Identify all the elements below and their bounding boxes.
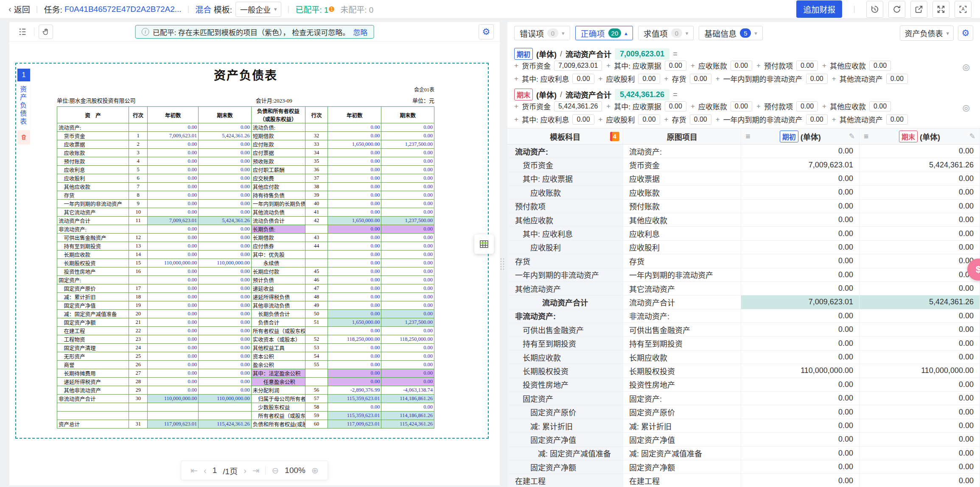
- closing-value-cell: 0.00: [860, 447, 980, 460]
- formula-block: 期末(单体)/流动资产合计5,424,361.26=+货币资金5,424,361…: [514, 86, 973, 127]
- term-value[interactable]: 7,009,623.01: [554, 61, 602, 71]
- report-type-select[interactable]: 资产负债表 ▾: [900, 25, 954, 41]
- term-value[interactable]: 0.00: [638, 74, 660, 84]
- task-id-link[interactable]: F0A41B46572E47D2A2B72A2...: [64, 5, 182, 14]
- period-start-badge: 期初: [780, 131, 798, 142]
- fullscreen-icon[interactable]: [932, 1, 949, 18]
- mapping-row[interactable]: 固定资产净额固定资产净额0.000.00: [507, 460, 980, 474]
- outline-icon[interactable]: [15, 25, 30, 39]
- mapping-row[interactable]: 应收账款应收账款0.000.00: [507, 186, 980, 199]
- term-value[interactable]: 0.00: [572, 74, 594, 84]
- source-item-cell: 应收票据: [623, 172, 742, 185]
- eye-icon[interactable]: ◎: [963, 62, 970, 72]
- list-icon[interactable]: ≡: [864, 132, 868, 141]
- chevron-down-icon: ▾: [274, 6, 277, 12]
- tab-basic-info[interactable]: 基础信息 5 ▾: [699, 26, 763, 40]
- mapping-row[interactable]: 长期应收款长期应收款0.000.00: [507, 351, 980, 364]
- config-gear-icon[interactable]: ⚙: [958, 25, 973, 41]
- mapping-row[interactable]: 流动资产合计流动资产合计7,009,623.015,424,361.26: [507, 295, 980, 309]
- top-bar: ‹ 返回 | 任务: F0A41B46572E47D2A2B72A2... | …: [0, 0, 980, 19]
- balance-row: 非流动资产合计30110,000,000.00110,000,000.00 归属…: [57, 395, 434, 403]
- source-item-cell: 应收账款: [623, 186, 742, 199]
- ocr-select-icon[interactable]: A: [955, 1, 972, 18]
- panel-resize-handle[interactable]: [500, 258, 505, 270]
- mapping-row[interactable]: 应收股利应收股利0.000.00: [507, 241, 980, 254]
- mapping-row[interactable]: 可供出售金融资产可供出售金融资产0.000.00: [507, 323, 980, 337]
- first-page-icon[interactable]: ⇤: [190, 465, 198, 476]
- config-gear-icon[interactable]: ⚙: [479, 24, 494, 39]
- list-icon[interactable]: ≡: [745, 132, 750, 141]
- mapping-row[interactable]: 其中: 应收利息应收利息0.000.00: [507, 227, 980, 240]
- external-link-icon[interactable]: [910, 1, 927, 18]
- term-value[interactable]: 0.00: [690, 114, 711, 125]
- mapping-row[interactable]: 减: 固定资产减值准备减: 固定资产减值准备0.000.00: [507, 447, 980, 460]
- zoom-in-icon[interactable]: ⊕: [311, 465, 319, 476]
- term-value[interactable]: 0.00: [806, 114, 828, 125]
- mapping-row[interactable]: 预付款项预付账款0.000.00: [507, 200, 980, 213]
- term-value[interactable]: 0.00: [690, 74, 711, 84]
- next-page-icon[interactable]: ›: [244, 466, 246, 476]
- page-tab[interactable]: 1 资产负债表: [17, 69, 30, 145]
- history-icon[interactable]: [866, 1, 883, 18]
- table-recognition-icon[interactable]: [474, 234, 494, 254]
- tab-errors[interactable]: 错误项 0 ▾: [514, 26, 570, 40]
- hand-tool-icon[interactable]: [39, 25, 53, 39]
- term-value[interactable]: 0.00: [806, 74, 828, 84]
- last-page-icon[interactable]: ⇥: [252, 465, 260, 476]
- mapping-row[interactable]: 持有至到期投资持有至到期投资0.000.00: [507, 337, 980, 350]
- mapping-row[interactable]: 非流动资产:非流动资产:0.000.00: [507, 309, 980, 323]
- tab-evaluate[interactable]: 求值项 0 ▾: [638, 26, 694, 40]
- document-viewport[interactable]: 1 资产负债表 资产负债表 会企01表 单位:丽水金汛股权投资有限公司 会计月:…: [9, 42, 500, 485]
- prev-page-icon[interactable]: ‹: [204, 466, 207, 476]
- term-value[interactable]: 0.00: [665, 101, 686, 111]
- term-value[interactable]: 0.00: [572, 114, 594, 125]
- term-value[interactable]: 5,424,361.26: [554, 101, 602, 111]
- edit-pencil-icon[interactable]: ✎: [969, 132, 975, 141]
- formula-term: +存货0.00: [664, 114, 711, 125]
- closing-value-cell: 0.00: [860, 378, 980, 391]
- source-item-cell: 存货: [623, 254, 742, 267]
- mapping-row[interactable]: 货币资金货币资金7,009,623.015,424,361.26: [507, 158, 980, 172]
- mapping-row[interactable]: 流动资产:流动资产:0.000.00: [507, 145, 980, 158]
- mapping-row[interactable]: 其中: 应收票据应收票据0.000.00: [507, 172, 980, 186]
- page-tab-title[interactable]: 资产负债表: [17, 81, 30, 130]
- closing-value-cell: 0.00: [860, 213, 980, 226]
- mapping-row[interactable]: 投资性房地产投资性房地产0.000.00: [507, 378, 980, 392]
- term-value[interactable]: 0.00: [869, 61, 891, 71]
- balance-row: 资产总计31117,009,623.01115,424,361.26负债和所有者…: [57, 420, 434, 429]
- back-button[interactable]: ‹ 返回: [8, 3, 30, 15]
- term-value[interactable]: 0.00: [796, 101, 818, 111]
- add-report-button[interactable]: 追加财报: [796, 0, 842, 18]
- mapping-row[interactable]: 长期股权投资长期股权投资110,000,000.00110,000,000.00: [507, 364, 980, 378]
- ignore-link[interactable]: 忽略: [353, 27, 367, 37]
- tab-correct[interactable]: 正确项 20 ▴: [575, 26, 633, 40]
- term-value[interactable]: 0.00: [665, 61, 686, 71]
- mapping-row[interactable]: 在建工程在建工程0.000.00: [507, 474, 980, 487]
- mapping-row[interactable]: 减: 累计折旧减: 累计折旧0.000.00: [507, 419, 980, 433]
- mapping-row[interactable]: 固定资产原价固定资产原价0.000.00: [507, 405, 980, 419]
- mapping-row[interactable]: 其他应收款其他应收款0.000.00: [507, 213, 980, 227]
- closing-value-cell: 0.00: [860, 186, 980, 199]
- term-value[interactable]: 0.00: [796, 61, 818, 71]
- current-page[interactable]: 1: [213, 466, 217, 475]
- template-select[interactable]: 一般企业 ▾: [235, 2, 282, 17]
- zoom-out-icon[interactable]: ⊖: [272, 465, 279, 476]
- delete-page-icon[interactable]: [17, 130, 30, 145]
- edit-pencil-icon[interactable]: ✎: [849, 132, 855, 141]
- term-value[interactable]: 0.00: [869, 101, 891, 111]
- mapping-row[interactable]: 其他流动资产其它流动资产0.000.00: [507, 282, 980, 295]
- eye-icon[interactable]: ◎: [963, 103, 970, 113]
- term-value[interactable]: 0.00: [886, 114, 908, 125]
- mapping-row[interactable]: 固定资产固定资产:0.000.00: [507, 392, 980, 405]
- warning-count-badge[interactable]: 4: [610, 132, 619, 141]
- mapping-row[interactable]: 存货存货0.000.00: [507, 254, 980, 268]
- term-value[interactable]: 0.00: [886, 74, 908, 84]
- term-value[interactable]: 0.00: [731, 101, 752, 111]
- term-value[interactable]: 0.00: [638, 114, 660, 125]
- doc-col-header: 期末数: [381, 107, 434, 123]
- mapping-row[interactable]: 固定资产净值固定资产净值0.000.00: [507, 433, 980, 446]
- term-value[interactable]: 0.00: [731, 61, 752, 71]
- mapping-row[interactable]: 一年内到期的非流动资产一年内到期的非流动资产0.000.00: [507, 268, 980, 282]
- balance-row: 其他应收款70.000.00其他应付款380.000.00: [57, 183, 434, 191]
- refresh-icon[interactable]: [888, 1, 905, 18]
